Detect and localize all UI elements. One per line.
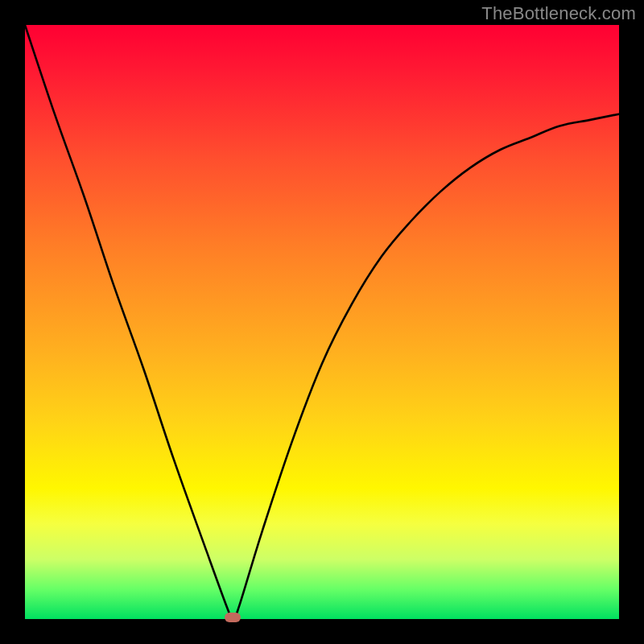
plot-area [25, 25, 619, 619]
min-marker [225, 613, 241, 622]
chart-frame: TheBottleneck.com [0, 0, 644, 644]
curve-svg [25, 25, 619, 619]
watermark-text: TheBottleneck.com [481, 3, 636, 24]
curve-path [25, 25, 619, 620]
